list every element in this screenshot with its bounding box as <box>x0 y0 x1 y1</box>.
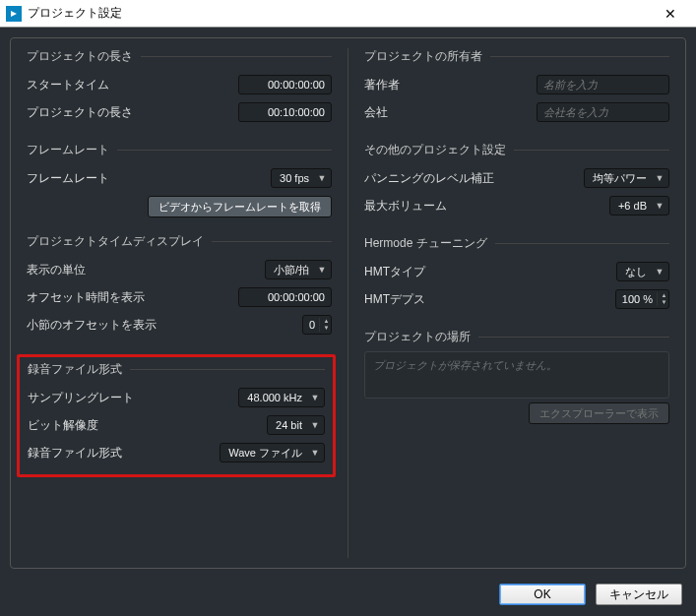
offset-time-field[interactable]: 00:00:00:00 <box>238 287 332 307</box>
spinner-down-icon[interactable]: ▼ <box>660 299 668 306</box>
start-time-label: スタートタイム <box>27 77 109 93</box>
company-label: 会社 <box>364 104 388 121</box>
panlaw-select[interactable]: 均等パワー ▼ <box>584 168 669 188</box>
samplerate-select[interactable]: 48.000 kHz ▼ <box>238 388 325 407</box>
display-format-select[interactable]: 小節/拍 ▼ <box>265 260 332 279</box>
group-owner: プロジェクトの所有者 著作者 名前を入力 会社 会社名を入力 <box>364 48 669 126</box>
chevron-down-icon: ▼ <box>653 267 666 277</box>
spinner-up-icon[interactable]: ▲ <box>660 292 668 299</box>
dialog-footer: OK キャンセル <box>0 577 696 612</box>
show-in-explorer-button: エクスプローラーで表示 <box>529 402 669 424</box>
filetype-label: 録音ファイル形式 <box>28 445 122 462</box>
location-message: プロジェクトが保存されていません。 <box>373 359 557 371</box>
chevron-down-icon: ▼ <box>653 201 666 211</box>
company-input[interactable]: 会社名を入力 <box>537 102 669 122</box>
svg-marker-0 <box>11 11 17 17</box>
author-label: 著作者 <box>364 77 400 93</box>
project-length-label: プロジェクトの長さ <box>27 104 133 121</box>
group-project-length: プロジェクトの長さ スタートタイム 00:00:00:00 プロジェクトの長さ … <box>27 48 332 126</box>
group-other-settings: その他のプロジェクト設定 パンニングのレベル補正 均等パワー ▼ 最大ボリューム… <box>364 142 669 219</box>
group-title-timedisplay: プロジェクトタイムディスプレイ <box>27 233 212 250</box>
group-framerate: フレームレート フレームレート 30 fps ▼ ビデオからフレームレートを取得 <box>27 142 332 217</box>
cancel-button[interactable]: キャンセル <box>596 584 682 605</box>
group-title-hermode: Hermode チューニング <box>364 235 495 252</box>
window-title: プロジェクト設定 <box>28 5 651 22</box>
offset-time-label: オフセット時間を表示 <box>27 289 145 306</box>
chevron-down-icon: ▼ <box>308 448 322 458</box>
start-time-field[interactable]: 00:00:00:00 <box>238 75 332 94</box>
project-location-box: プロジェクトが保存されていません。 <box>364 351 669 399</box>
author-input[interactable]: 名前を入力 <box>537 75 669 94</box>
chevron-down-icon: ▼ <box>308 393 322 402</box>
samplerate-label: サンプリングレート <box>28 390 134 406</box>
bar-offset-spinner[interactable]: 0 ▲▼ <box>302 315 332 335</box>
group-record-format: 録音ファイル形式 サンプリングレート 48.000 kHz ▼ ビット解像度 2… <box>28 361 325 466</box>
maxvol-label: 最大ボリューム <box>364 198 447 215</box>
group-hermode: Hermode チューニング HMTタイプ なし ▼ HMTデプス 100 % … <box>364 235 669 313</box>
chevron-down-icon: ▼ <box>308 420 322 430</box>
settings-panel: プロジェクトの長さ スタートタイム 00:00:00:00 プロジェクトの長さ … <box>10 37 686 569</box>
bitdepth-label: ビット解像度 <box>28 417 98 434</box>
spinner-down-icon[interactable]: ▼ <box>322 325 331 332</box>
group-title-owner: プロジェクトの所有者 <box>364 48 490 65</box>
hmt-depth-label: HMTデプス <box>364 291 425 308</box>
ok-button[interactable]: OK <box>499 584 586 605</box>
framerate-select[interactable]: 30 fps ▼ <box>271 168 332 188</box>
group-title-location: プロジェクトの場所 <box>364 329 478 345</box>
app-icon <box>6 6 22 22</box>
hmt-type-select[interactable]: なし ▼ <box>616 262 669 281</box>
chevron-down-icon: ▼ <box>315 265 329 275</box>
bitdepth-select[interactable]: 24 bit ▼ <box>267 415 325 435</box>
filetype-select[interactable]: Wave ファイル ▼ <box>220 443 325 462</box>
spinner-up-icon[interactable]: ▲ <box>322 318 331 325</box>
group-title-other: その他のプロジェクト設定 <box>364 142 514 158</box>
display-format-label: 表示の単位 <box>27 262 86 278</box>
right-column: プロジェクトの所有者 著作者 名前を入力 会社 会社名を入力 その他のプロジェク… <box>348 38 685 568</box>
window-titlebar: プロジェクト設定 ✕ <box>0 0 696 28</box>
chevron-down-icon: ▼ <box>653 173 666 183</box>
group-title-record: 録音ファイル形式 <box>28 361 130 378</box>
group-title-framerate: フレームレート <box>27 142 117 158</box>
panlaw-label: パンニングのレベル補正 <box>364 170 494 187</box>
chevron-down-icon: ▼ <box>315 173 329 183</box>
group-time-display: プロジェクトタイムディスプレイ 表示の単位 小節/拍 ▼ オフセット時間を表示 … <box>27 233 332 339</box>
left-column: プロジェクトの長さ スタートタイム 00:00:00:00 プロジェクトの長さ … <box>11 38 348 568</box>
close-button[interactable]: ✕ <box>651 0 690 27</box>
hmt-depth-spinner[interactable]: 100 % ▲▼ <box>615 289 669 309</box>
group-title-length: プロジェクトの長さ <box>27 48 141 65</box>
framerate-from-video-button[interactable]: ビデオからフレームレートを取得 <box>148 196 332 217</box>
project-length-field[interactable]: 00:10:00:00 <box>238 102 332 122</box>
framerate-label: フレームレート <box>27 170 109 187</box>
maxvol-select[interactable]: +6 dB ▼ <box>609 196 669 216</box>
bar-offset-label: 小節のオフセットを表示 <box>27 317 157 334</box>
record-format-highlight: 録音ファイル形式 サンプリングレート 48.000 kHz ▼ ビット解像度 2… <box>17 354 336 477</box>
hmt-type-label: HMTタイプ <box>364 264 425 280</box>
group-location: プロジェクトの場所 プロジェクトが保存されていません。 エクスプローラーで表示 <box>364 329 669 424</box>
